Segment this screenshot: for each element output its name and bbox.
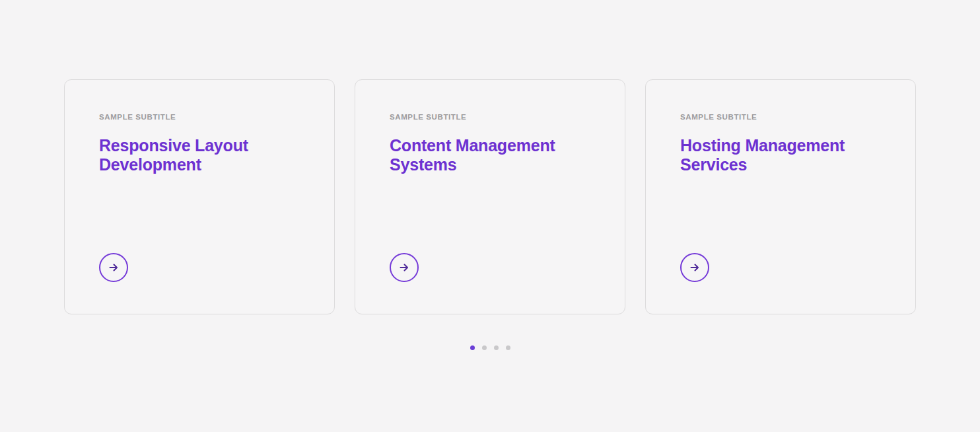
carousel-dot-4[interactable]: [506, 345, 510, 350]
arrow-right-icon: [689, 262, 701, 273]
service-card: SAMPLE SUBTITLE Hosting Management Servi…: [645, 79, 916, 314]
carousel-dot-2[interactable]: [482, 345, 487, 350]
card-subtitle: SAMPLE SUBTITLE: [99, 113, 176, 122]
card-arrow-button[interactable]: [680, 253, 709, 282]
service-card: SAMPLE SUBTITLE Content Management Syste…: [355, 79, 625, 314]
arrow-right-icon: [108, 262, 120, 273]
card-title: Responsive Layout Development: [99, 136, 297, 174]
card-subtitle: SAMPLE SUBTITLE: [680, 113, 757, 122]
card-arrow-button[interactable]: [99, 253, 128, 282]
carousel-dots: [0, 345, 980, 350]
service-card: SAMPLE SUBTITLE Responsive Layout Develo…: [64, 79, 335, 314]
card-title: Content Management Systems: [390, 136, 588, 174]
carousel-dot-3[interactable]: [494, 345, 499, 350]
services-carousel: SAMPLE SUBTITLE Responsive Layout Develo…: [0, 0, 980, 350]
card-title: Hosting Management Services: [680, 136, 878, 174]
carousel-dot-1[interactable]: [470, 345, 475, 350]
card-list: SAMPLE SUBTITLE Responsive Layout Develo…: [0, 79, 980, 314]
arrow-right-icon: [398, 262, 410, 273]
card-subtitle: SAMPLE SUBTITLE: [390, 113, 466, 122]
card-arrow-button[interactable]: [390, 253, 419, 282]
